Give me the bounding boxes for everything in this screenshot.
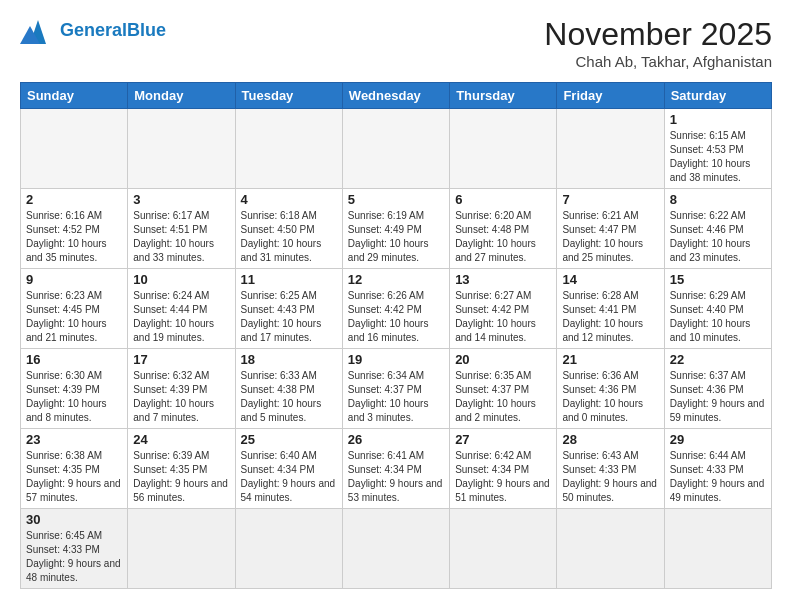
cell-day-16: 16 Sunrise: 6:30 AMSunset: 4:39 PMDaylig… [21, 349, 128, 429]
cell-empty-2 [128, 109, 235, 189]
day-number-1: 1 [670, 112, 766, 127]
cell-day-10: 10 Sunrise: 6:24 AMSunset: 4:44 PMDaylig… [128, 269, 235, 349]
page: GeneralBlue November 2025 Chah Ab, Takha… [0, 0, 792, 599]
cell-day-18: 18 Sunrise: 6:33 AMSunset: 4:38 PMDaylig… [235, 349, 342, 429]
header-wednesday: Wednesday [342, 83, 449, 109]
calendar: Sunday Monday Tuesday Wednesday Thursday… [20, 82, 772, 589]
location-title: Chah Ab, Takhar, Afghanistan [544, 53, 772, 70]
header-monday: Monday [128, 83, 235, 109]
logo: GeneralBlue [20, 16, 166, 46]
cell-day-25: 25 Sunrise: 6:40 AMSunset: 4:34 PMDaylig… [235, 429, 342, 509]
cell-empty-9 [342, 509, 449, 589]
cell-day-28: 28 Sunrise: 6:43 AMSunset: 4:33 PMDaylig… [557, 429, 664, 509]
cell-empty-10 [450, 509, 557, 589]
cell-day-6: 6 Sunrise: 6:20 AMSunset: 4:48 PMDayligh… [450, 189, 557, 269]
week-row-1: 1 Sunrise: 6:15 AMSunset: 4:53 PMDayligh… [21, 109, 772, 189]
cell-day-12: 12 Sunrise: 6:26 AMSunset: 4:42 PMDaylig… [342, 269, 449, 349]
cell-day-17: 17 Sunrise: 6:32 AMSunset: 4:39 PMDaylig… [128, 349, 235, 429]
header-tuesday: Tuesday [235, 83, 342, 109]
logo-icon [20, 16, 56, 46]
cell-empty-11 [557, 509, 664, 589]
cell-empty-5 [450, 109, 557, 189]
cell-empty-6 [557, 109, 664, 189]
cell-day-13: 13 Sunrise: 6:27 AMSunset: 4:42 PMDaylig… [450, 269, 557, 349]
title-block: November 2025 Chah Ab, Takhar, Afghanist… [544, 16, 772, 70]
header-saturday: Saturday [664, 83, 771, 109]
cell-day-11: 11 Sunrise: 6:25 AMSunset: 4:43 PMDaylig… [235, 269, 342, 349]
week-row-5: 23 Sunrise: 6:38 AMSunset: 4:35 PMDaylig… [21, 429, 772, 509]
cell-day-27: 27 Sunrise: 6:42 AMSunset: 4:34 PMDaylig… [450, 429, 557, 509]
day-info-1: Sunrise: 6:15 AMSunset: 4:53 PMDaylight:… [670, 130, 751, 183]
header-thursday: Thursday [450, 83, 557, 109]
cell-day-30: 30 Sunrise: 6:45 AMSunset: 4:33 PMDaylig… [21, 509, 128, 589]
cell-day-20: 20 Sunrise: 6:35 AMSunset: 4:37 PMDaylig… [450, 349, 557, 429]
cell-day-5: 5 Sunrise: 6:19 AMSunset: 4:49 PMDayligh… [342, 189, 449, 269]
cell-day-2: 2 Sunrise: 6:16 AMSunset: 4:52 PMDayligh… [21, 189, 128, 269]
cell-empty-4 [342, 109, 449, 189]
cell-empty-8 [235, 509, 342, 589]
week-row-4: 16 Sunrise: 6:30 AMSunset: 4:39 PMDaylig… [21, 349, 772, 429]
cell-empty-1 [21, 109, 128, 189]
cell-empty-7 [128, 509, 235, 589]
cell-day-19: 19 Sunrise: 6:34 AMSunset: 4:37 PMDaylig… [342, 349, 449, 429]
cell-empty-3 [235, 109, 342, 189]
logo-general: General [60, 20, 127, 40]
cell-day-29: 29 Sunrise: 6:44 AMSunset: 4:33 PMDaylig… [664, 429, 771, 509]
cell-day-14: 14 Sunrise: 6:28 AMSunset: 4:41 PMDaylig… [557, 269, 664, 349]
cell-day-22: 22 Sunrise: 6:37 AMSunset: 4:36 PMDaylig… [664, 349, 771, 429]
logo-blue: Blue [127, 20, 166, 40]
cell-day-24: 24 Sunrise: 6:39 AMSunset: 4:35 PMDaylig… [128, 429, 235, 509]
week-row-2: 2 Sunrise: 6:16 AMSunset: 4:52 PMDayligh… [21, 189, 772, 269]
header: GeneralBlue November 2025 Chah Ab, Takha… [20, 16, 772, 70]
cell-day-9: 9 Sunrise: 6:23 AMSunset: 4:45 PMDayligh… [21, 269, 128, 349]
cell-day-15: 15 Sunrise: 6:29 AMSunset: 4:40 PMDaylig… [664, 269, 771, 349]
month-title: November 2025 [544, 16, 772, 53]
week-row-6: 30 Sunrise: 6:45 AMSunset: 4:33 PMDaylig… [21, 509, 772, 589]
logo-text: GeneralBlue [60, 21, 166, 41]
week-row-3: 9 Sunrise: 6:23 AMSunset: 4:45 PMDayligh… [21, 269, 772, 349]
cell-day-4: 4 Sunrise: 6:18 AMSunset: 4:50 PMDayligh… [235, 189, 342, 269]
cell-empty-12 [664, 509, 771, 589]
cell-day-21: 21 Sunrise: 6:36 AMSunset: 4:36 PMDaylig… [557, 349, 664, 429]
cell-day-1: 1 Sunrise: 6:15 AMSunset: 4:53 PMDayligh… [664, 109, 771, 189]
header-friday: Friday [557, 83, 664, 109]
header-sunday: Sunday [21, 83, 128, 109]
weekday-header-row: Sunday Monday Tuesday Wednesday Thursday… [21, 83, 772, 109]
cell-day-26: 26 Sunrise: 6:41 AMSunset: 4:34 PMDaylig… [342, 429, 449, 509]
cell-day-3: 3 Sunrise: 6:17 AMSunset: 4:51 PMDayligh… [128, 189, 235, 269]
cell-day-8: 8 Sunrise: 6:22 AMSunset: 4:46 PMDayligh… [664, 189, 771, 269]
cell-day-23: 23 Sunrise: 6:38 AMSunset: 4:35 PMDaylig… [21, 429, 128, 509]
cell-day-7: 7 Sunrise: 6:21 AMSunset: 4:47 PMDayligh… [557, 189, 664, 269]
